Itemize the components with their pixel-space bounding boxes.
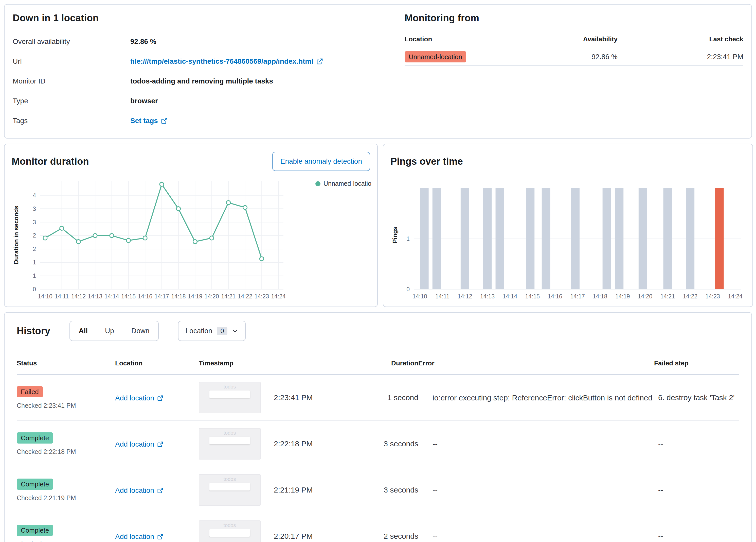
add-location-link[interactable]: Add location: [115, 486, 163, 495]
status-filter-group: All Up Down: [69, 321, 158, 341]
add-location-link[interactable]: Add location: [115, 440, 163, 448]
set-tags-text: Set tags: [130, 117, 158, 125]
status-field-row: Tags Set tags: [13, 111, 405, 131]
error-cell: io:error executing step: ReferenceError:…: [418, 392, 654, 404]
thumbnail-app-title: todos: [224, 476, 236, 482]
svg-text:14:11: 14:11: [435, 293, 449, 300]
error-cell: --: [418, 438, 654, 450]
column-header-last-check: Last check: [618, 31, 743, 48]
add-location-label: Add location: [115, 533, 154, 541]
svg-text:14:21: 14:21: [660, 293, 675, 300]
status-cell: Complete Checked 2:20:17 PM: [17, 525, 115, 542]
add-location-link[interactable]: Add location: [115, 394, 163, 402]
column-header-availability: Availability: [516, 31, 618, 48]
history-row: Complete Checked 2:22:18 PM Add location…: [17, 421, 739, 467]
failed-step-cell: 6. destroy task 'Task 2': [654, 393, 739, 402]
failed-step-cell: --: [654, 486, 739, 494]
status-badge: Complete: [17, 432, 53, 444]
add-location-link[interactable]: Add location: [115, 533, 163, 541]
svg-text:14:13: 14:13: [480, 293, 495, 300]
svg-text:14:17: 14:17: [154, 293, 169, 300]
history-row: Failed Checked 2:23:41 PM Add location t…: [17, 375, 739, 421]
screenshot-thumbnail[interactable]: todos: [199, 382, 261, 413]
monitoring-from-table: Location Availability Last check Unnamed…: [405, 31, 743, 66]
svg-text:14:14: 14:14: [503, 293, 517, 300]
duration-cell: 3 seconds: [376, 486, 418, 494]
set-tags-link[interactable]: Set tags: [130, 117, 168, 125]
svg-text:14:14: 14:14: [104, 293, 119, 300]
filter-up-button[interactable]: Up: [96, 321, 123, 341]
duration-cell: 2 seconds: [376, 532, 418, 540]
monitor-duration-title: Monitor duration: [12, 156, 89, 167]
pings-over-time-chart: 0114:1014:1114:1214:1314:1414:1514:1614:…: [390, 174, 745, 306]
add-location-label: Add location: [115, 394, 154, 402]
checked-timestamp: Checked 2:21:19 PM: [17, 494, 115, 502]
svg-text:14:23: 14:23: [705, 293, 720, 300]
location-badge: Unnamed-location: [405, 51, 466, 62]
svg-text:0: 0: [406, 286, 410, 293]
monitor-url-link[interactable]: file:///tmp/elastic-synthetics-764860569…: [130, 57, 323, 65]
last-check-value: 2:23:41 PM: [618, 48, 743, 66]
status-badge: Complete: [17, 479, 53, 490]
status-field-row: Url file:///tmp/elastic-synthetics-76486…: [13, 51, 405, 71]
add-location-label: Add location: [115, 440, 154, 448]
location-filter-button[interactable]: Location 0: [178, 321, 246, 341]
svg-text:14:18: 14:18: [171, 293, 186, 300]
svg-text:4: 4: [33, 192, 36, 199]
svg-text:1: 1: [33, 259, 36, 266]
svg-text:0: 0: [33, 286, 36, 293]
overall-availability-value: 92.86 %: [130, 38, 156, 46]
svg-text:14:19: 14:19: [615, 293, 630, 300]
svg-text:Pings: Pings: [391, 226, 398, 243]
monitor-type-value: browser: [130, 97, 158, 105]
svg-text:14:13: 14:13: [88, 293, 102, 300]
thumbnail-app-title: todos: [224, 384, 236, 390]
monitor-id-value: todos-adding and removing multiple tasks: [130, 77, 273, 85]
svg-text:14:15: 14:15: [121, 293, 136, 300]
field-label-tags: Tags: [13, 117, 130, 125]
svg-text:14:23: 14:23: [255, 293, 269, 300]
external-link-icon: [316, 58, 323, 65]
svg-text:14:10: 14:10: [412, 293, 427, 300]
svg-text:Unnamed-location: Unnamed-location: [323, 180, 371, 187]
history-table: Status Location Timestamp Duration Error…: [17, 353, 739, 542]
screenshot-thumbnail[interactable]: todos: [199, 520, 261, 542]
svg-text:2: 2: [33, 232, 36, 239]
history-row: Complete Checked 2:21:19 PM Add location…: [17, 467, 739, 513]
monitor-duration-chart: 14:1014:1114:1214:1314:1414:1514:1614:17…: [12, 174, 371, 306]
svg-text:14:20: 14:20: [204, 293, 219, 300]
field-label-monitor-id: Monitor ID: [13, 77, 130, 85]
svg-text:14:20: 14:20: [638, 293, 653, 300]
checked-timestamp: Checked 2:20:17 PM: [17, 540, 115, 542]
ping-timestamp: 2:20:17 PM: [274, 532, 313, 540]
monitor-status-section: Down in 1 location Overall availability …: [13, 13, 405, 130]
filter-all-button[interactable]: All: [70, 321, 96, 341]
filter-down-button[interactable]: Down: [123, 321, 158, 341]
enable-anomaly-detection-button[interactable]: Enable anomaly detection: [272, 152, 370, 171]
history-table-header: Status Location Timestamp Duration Error…: [17, 353, 739, 375]
duration-cell: 1 second: [376, 393, 418, 402]
svg-text:14:24: 14:24: [271, 293, 286, 300]
field-label-type: Type: [13, 97, 130, 105]
column-header-failed-step: Failed step: [654, 354, 739, 373]
ping-timestamp: 2:23:41 PM: [274, 393, 313, 402]
monitor-definition-list: Overall availability 92.86 % Url file://…: [13, 32, 405, 131]
external-link-icon: [157, 534, 163, 540]
thumbnail-app-title: todos: [224, 522, 236, 528]
svg-text:14:19: 14:19: [188, 293, 203, 300]
location-count-badge: 0: [217, 327, 227, 335]
thumbnail-app-title: todos: [224, 430, 236, 436]
ping-timestamp: 2:22:18 PM: [274, 440, 313, 448]
failed-step-cell: --: [654, 440, 739, 448]
svg-text:Duration in seconds: Duration in seconds: [13, 206, 20, 264]
screenshot-thumbnail[interactable]: todos: [199, 474, 261, 506]
svg-text:14:11: 14:11: [55, 293, 69, 300]
svg-text:14:12: 14:12: [71, 293, 86, 300]
external-link-icon: [157, 487, 163, 494]
status-title: Down in 1 location: [13, 13, 405, 24]
screenshot-thumbnail[interactable]: todos: [199, 428, 261, 460]
column-header-error: Error: [418, 353, 654, 374]
svg-text:1: 1: [33, 273, 36, 279]
uptime-monitor-page: Down in 1 location Overall availability …: [0, 0, 756, 542]
thumbnail-content: [209, 437, 250, 444]
